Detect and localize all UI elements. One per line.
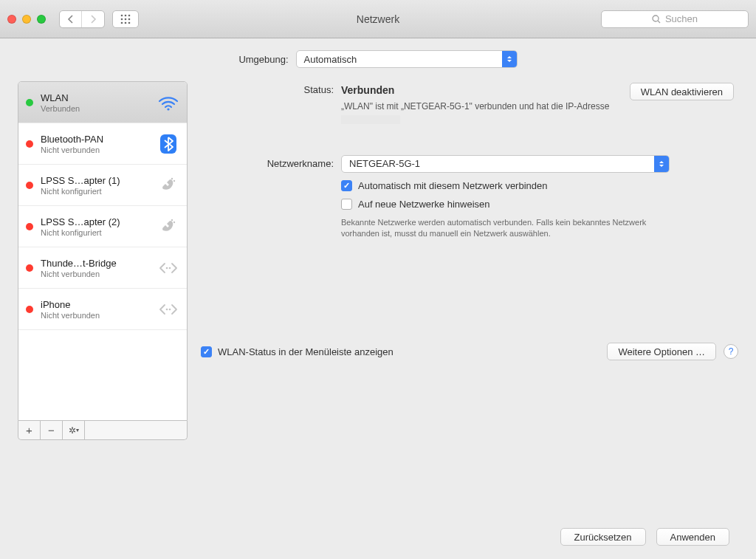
service-name: LPSS S…apter (1) [41, 175, 150, 186]
sidebar-item-thunde-t-bridge[interactable]: Thunde…t-BridgeNicht verbunden [18, 247, 187, 289]
svg-point-13 [171, 177, 173, 179]
auto-connect-label: Automatisch mit diesem Netzwerk verbinde… [358, 180, 548, 191]
chevron-updown-icon [502, 51, 517, 67]
status-dot [26, 306, 33, 313]
chevron-updown-icon [654, 156, 669, 172]
service-actions-button[interactable]: ✲▾ [63, 421, 85, 439]
svg-point-17 [173, 221, 175, 222]
status-dot [26, 99, 33, 106]
window-controls [7, 15, 46, 24]
services-sidebar: WLANVerbundenBluetooth-PANNicht verbunde… [18, 81, 188, 421]
show-all-button[interactable] [112, 10, 139, 28]
svg-point-2 [128, 14, 131, 16]
status-dot [26, 182, 33, 189]
help-button[interactable]: ? [724, 344, 738, 359]
svg-point-11 [167, 108, 169, 110]
environment-value: Automatisch [304, 54, 357, 65]
bridge-icon [157, 298, 179, 320]
ip-address-redacted [341, 115, 400, 124]
close-button[interactable] [7, 15, 16, 24]
svg-point-8 [128, 21, 131, 24]
svg-point-14 [173, 179, 175, 181]
environment-row: Umgebung: Automatisch [18, 50, 738, 68]
network-name-label: Netzwerkname: [201, 158, 341, 169]
network-name-value: NETGEAR-5G-1 [349, 158, 420, 169]
service-status: Nicht konfiguriert [41, 187, 150, 196]
details-panel: WLAN deaktivieren Status: Verbunden „WLA… [201, 81, 738, 440]
service-status: Nicht verbunden [41, 311, 150, 320]
sidebar-item-lpss-s-apter-1-[interactable]: LPSS S…apter (1)Nicht konfiguriert [18, 165, 187, 206]
svg-point-9 [653, 16, 659, 21]
svg-point-4 [125, 18, 127, 20]
service-status: Nicht verbunden [41, 145, 150, 154]
svg-line-10 [658, 21, 660, 23]
svg-point-1 [125, 14, 127, 16]
svg-point-7 [125, 21, 127, 24]
ask-new-networks-checkbox[interactable] [341, 199, 352, 210]
sidebar-toolbar: + − ✲▾ [18, 421, 188, 440]
search-input[interactable]: Suchen [601, 10, 749, 28]
environment-label: Umgebung: [238, 54, 288, 65]
svg-point-16 [171, 219, 173, 220]
environment-select[interactable]: Automatisch [296, 50, 518, 68]
service-name: LPSS S…apter (2) [41, 216, 150, 227]
phone-icon [157, 174, 179, 196]
service-status: Nicht konfiguriert [41, 228, 150, 237]
service-name: WLAN [41, 92, 150, 103]
nav-buttons [59, 10, 105, 28]
sidebar-item-wlan[interactable]: WLANVerbunden [18, 82, 187, 123]
status-dot [26, 264, 33, 272]
bluetooth-icon [157, 133, 179, 155]
maximize-button[interactable] [37, 15, 46, 24]
status-dot [26, 223, 33, 230]
svg-point-22 [169, 308, 171, 310]
back-button[interactable] [60, 11, 82, 27]
revert-button[interactable]: Zurücksetzen [560, 528, 646, 546]
sidebar-item-lpss-s-apter-2-[interactable]: LPSS S…apter (2)Nicht konfiguriert [18, 206, 187, 247]
add-service-button[interactable]: + [18, 421, 41, 439]
service-name: Bluetooth-PAN [41, 134, 150, 145]
footer-buttons: Zurücksetzen Anwenden [560, 528, 730, 546]
search-icon [652, 15, 661, 24]
ask-new-networks-hint: Bekannte Netzwerke werden automatisch ve… [341, 217, 659, 240]
status-value: Verbunden [341, 84, 651, 96]
svg-point-15 [171, 182, 173, 183]
svg-point-5 [128, 18, 131, 20]
network-name-select[interactable]: NETGEAR-5G-1 [341, 155, 670, 173]
show-menubar-checkbox[interactable] [201, 346, 212, 357]
status-label: Status: [201, 84, 341, 95]
status-description: „WLAN" ist mit „NETGEAR-5G-1" verbunden … [341, 100, 651, 126]
sidebar-item-bluetooth-pan[interactable]: Bluetooth-PANNicht verbunden [18, 123, 187, 165]
advanced-options-button[interactable]: Weitere Optionen … [607, 343, 716, 360]
show-menubar-label: WLAN-Status in der Menüleiste anzeigen [218, 346, 394, 357]
svg-point-21 [166, 308, 168, 310]
phone-icon [157, 216, 179, 238]
service-name: Thunde…t-Bridge [41, 258, 150, 269]
sidebar-item-iphone[interactable]: iPhoneNicht verbunden [18, 289, 187, 330]
deactivate-wlan-button[interactable]: WLAN deaktivieren [630, 83, 734, 100]
service-name: iPhone [41, 299, 150, 310]
search-placeholder: Suchen [665, 13, 698, 24]
ask-new-networks-label: Auf neue Netzwerke hinweisen [358, 199, 490, 210]
svg-point-18 [171, 223, 173, 224]
titlebar: Netzwerk Suchen [0, 0, 756, 38]
wifi-icon [157, 92, 179, 114]
svg-point-20 [169, 267, 171, 269]
svg-point-3 [121, 18, 123, 20]
service-status: Verbunden [41, 104, 150, 113]
svg-point-0 [121, 14, 123, 16]
auto-connect-checkbox[interactable] [341, 180, 352, 191]
minimize-button[interactable] [22, 15, 31, 24]
apply-button[interactable]: Anwenden [656, 528, 729, 546]
service-status: Nicht verbunden [41, 270, 150, 278]
remove-service-button[interactable]: − [41, 421, 63, 439]
bridge-icon [157, 257, 179, 279]
status-dot [26, 140, 33, 148]
svg-point-19 [166, 267, 168, 269]
svg-point-6 [121, 21, 123, 24]
forward-button[interactable] [82, 11, 104, 27]
